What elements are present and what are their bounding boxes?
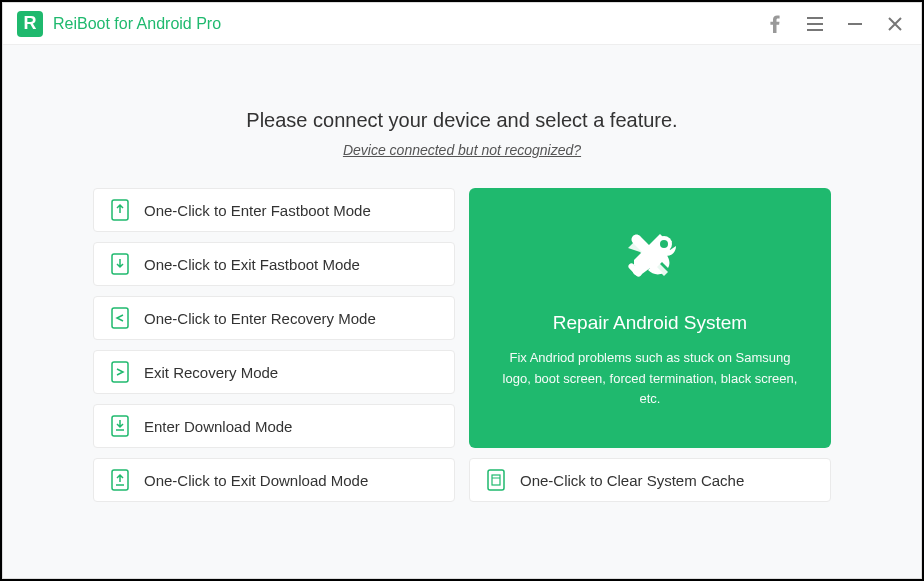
repair-description: Fix Andriod problems such as stuck on Sa… (497, 348, 803, 410)
minimize-button[interactable] (837, 6, 873, 42)
exit-recovery-button[interactable]: Exit Recovery Mode (93, 350, 455, 394)
exit-fastboot-button[interactable]: One-Click to Exit Fastboot Mode (93, 242, 455, 286)
exit-download-icon (110, 468, 130, 492)
svg-rect-6 (112, 308, 128, 328)
minimize-icon (848, 17, 862, 31)
exit-fastboot-icon (110, 252, 130, 276)
option-label: One-Click to Exit Download Mode (144, 472, 368, 489)
svg-rect-1 (807, 23, 823, 25)
option-label: One-Click to Enter Fastboot Mode (144, 202, 371, 219)
titlebar: R ReiBoot for Android Pro (3, 3, 921, 45)
titlebar-buttons (757, 6, 913, 42)
exit-download-button[interactable]: One-Click to Exit Download Mode (93, 458, 455, 502)
enter-download-icon (110, 414, 130, 438)
exit-recovery-icon (110, 360, 130, 384)
option-label: One-Click to Clear System Cache (520, 472, 744, 489)
tools-icon (622, 226, 678, 286)
facebook-icon (770, 15, 780, 33)
repair-title: Repair Android System (553, 312, 747, 334)
enter-download-button[interactable]: Enter Download Mode (93, 404, 455, 448)
menu-icon (807, 17, 823, 31)
svg-rect-0 (807, 17, 823, 19)
device-not-recognized-link[interactable]: Device connected but not recognized? (343, 142, 581, 158)
feature-grid: One-Click to Enter Fastboot Mode One-Cli… (93, 188, 831, 502)
right-column: Repair Android System Fix Andriod proble… (469, 188, 831, 502)
svg-rect-14 (488, 470, 504, 490)
option-label: One-Click to Enter Recovery Mode (144, 310, 376, 327)
enter-fastboot-icon (110, 198, 130, 222)
facebook-button[interactable] (757, 6, 793, 42)
svg-rect-3 (848, 23, 862, 25)
close-button[interactable] (877, 6, 913, 42)
svg-point-12 (660, 240, 668, 248)
svg-rect-2 (807, 29, 823, 31)
clear-cache-icon (486, 468, 506, 492)
svg-rect-15 (492, 475, 500, 485)
left-column: One-Click to Enter Fastboot Mode One-Cli… (93, 188, 455, 502)
enter-recovery-icon (110, 306, 130, 330)
enter-fastboot-button[interactable]: One-Click to Enter Fastboot Mode (93, 188, 455, 232)
repair-system-card[interactable]: Repair Android System Fix Andriod proble… (469, 188, 831, 448)
close-icon (888, 17, 902, 31)
app-window: R ReiBoot for Android Pro (2, 2, 922, 579)
svg-rect-7 (112, 362, 128, 382)
app-title: ReiBoot for Android Pro (53, 15, 757, 33)
headline: Please connect your device and select a … (246, 109, 677, 132)
enter-recovery-button[interactable]: One-Click to Enter Recovery Mode (93, 296, 455, 340)
option-label: One-Click to Exit Fastboot Mode (144, 256, 360, 273)
app-logo-icon: R (17, 11, 43, 37)
option-label: Enter Download Mode (144, 418, 292, 435)
option-label: Exit Recovery Mode (144, 364, 278, 381)
main-content: Please connect your device and select a … (3, 45, 921, 578)
menu-button[interactable] (797, 6, 833, 42)
clear-cache-button[interactable]: One-Click to Clear System Cache (469, 458, 831, 502)
